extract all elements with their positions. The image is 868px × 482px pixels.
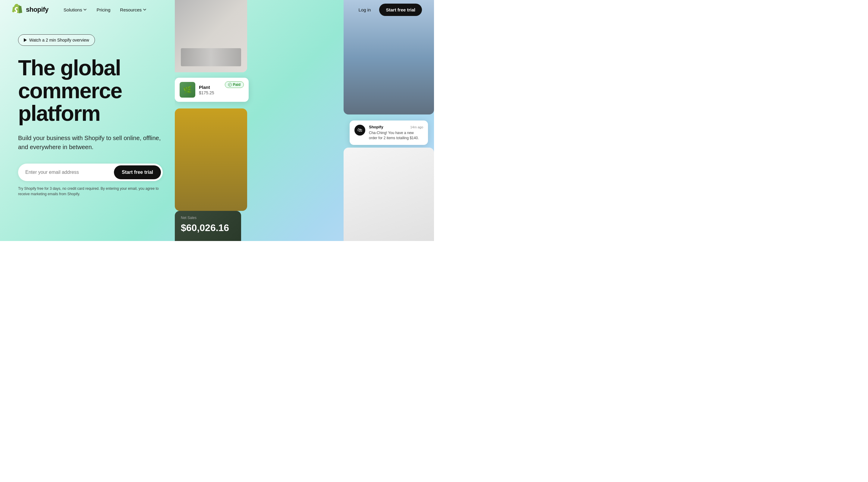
notif-content: Shopify 14m ago Cha-Ching! You have a ne… — [369, 125, 423, 141]
pricing-link[interactable]: Pricing — [92, 5, 115, 15]
payment-info: Plant $175.25 — [199, 85, 221, 95]
payment-item-label: Plant — [199, 85, 221, 90]
logo-text: shopify — [26, 6, 49, 13]
two-men-image — [344, 148, 434, 241]
notif-brand-name: Shopify — [369, 125, 383, 129]
notif-timestamp: 14m ago — [410, 125, 423, 129]
nav-trial-button[interactable]: Start free trial — [379, 4, 422, 16]
sales-amount: $60,026.16 — [181, 222, 235, 233]
paid-check-icon: ✓ — [228, 83, 232, 87]
play-icon — [24, 38, 27, 42]
disclaimer-text: Try Shopify free for 3 days, no credit c… — [18, 186, 163, 197]
payment-card: 🌿 Plant $175.25 ✓ Paid — [175, 78, 249, 102]
email-form: Start free trial — [18, 164, 163, 181]
navbar: shopify Solutions Pricing Resources Log … — [0, 0, 434, 19]
email-input[interactable] — [25, 170, 114, 175]
sales-label: Net Sales — [181, 216, 235, 220]
solutions-chevron-icon — [83, 8, 87, 11]
notif-header: Shopify 14m ago — [369, 125, 423, 129]
nav-links: Solutions Pricing Resources — [59, 5, 355, 15]
paid-badge: ✓ Paid — [225, 81, 244, 88]
logo-link[interactable]: shopify — [12, 4, 49, 15]
solutions-menu[interactable]: Solutions — [59, 5, 91, 15]
hero-left: Watch a 2 min Shopify overview The globa… — [0, 19, 175, 209]
resources-chevron-icon — [143, 8, 147, 11]
shopify-logo-icon — [12, 4, 24, 15]
woman-image — [175, 108, 247, 211]
sales-card: Net Sales $60,026.16 — [175, 211, 241, 241]
watch-overview-button[interactable]: Watch a 2 min Shopify overview — [18, 34, 95, 46]
notif-brand-icon: 🛍 — [354, 125, 365, 135]
nav-right: Log in Start free trial — [355, 4, 422, 16]
resources-menu[interactable]: Resources — [116, 5, 151, 15]
hero-right-collage: 🌿 Plant $175.25 ✓ Paid 🛍 Shopify 14m ago… — [175, 0, 434, 241]
hero-title: The global commerce platform — [18, 57, 163, 125]
login-link[interactable]: Log in — [355, 5, 375, 15]
payment-amount: $175.25 — [199, 90, 221, 95]
hero-subtitle: Build your business with Shopify to sell… — [18, 133, 163, 152]
plant-thumbnail: 🌿 — [180, 82, 195, 98]
hero-trial-button[interactable]: Start free trial — [114, 165, 161, 179]
notif-message: Cha-Ching! You have a new order for 2 it… — [369, 130, 423, 141]
notification-card: 🛍 Shopify 14m ago Cha-Ching! You have a … — [350, 121, 428, 145]
